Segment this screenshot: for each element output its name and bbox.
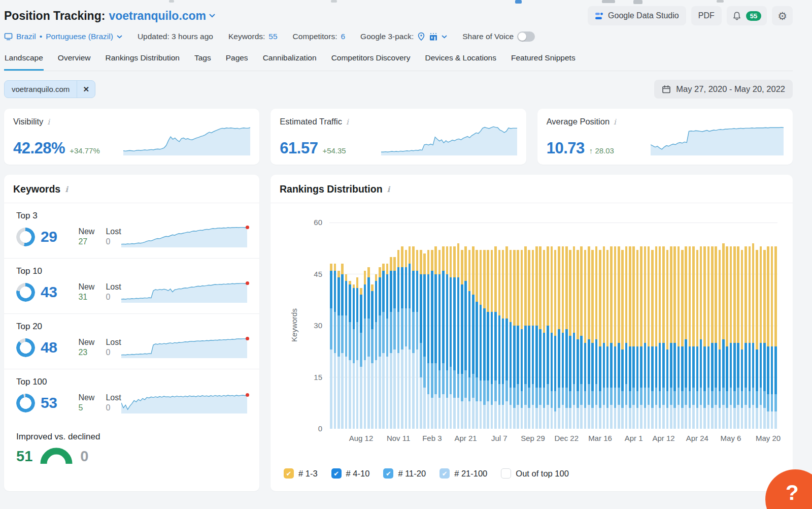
visibility-card: Visibility i 42.28% +34.77% xyxy=(4,109,259,165)
tab-landscape[interactable]: Landscape xyxy=(4,51,44,71)
toggle-knob xyxy=(518,33,526,41)
checked-checkbox-icon[interactable]: ✔ xyxy=(383,468,393,479)
report-tabs: LandscapeOverviewRankings DistributionTa… xyxy=(4,51,793,71)
top-edge-fragment xyxy=(633,0,642,4)
share-of-voice-toggle[interactable] xyxy=(517,31,535,42)
domain-filter-label: voetranquilo.com xyxy=(5,85,77,93)
lost-value: 0 xyxy=(106,348,121,357)
date-range-picker[interactable]: May 27, 2020 - May 20, 2022 xyxy=(654,80,793,99)
bucket-count: 43 xyxy=(41,283,57,301)
average-position-label: Average Position xyxy=(547,117,610,126)
x-tick-label: Feb 3 xyxy=(422,434,442,442)
pdf-label: PDF xyxy=(698,11,715,20)
google-3pack-label: Google 3-pack: xyxy=(360,32,414,41)
unchecked-checkbox-icon[interactable] xyxy=(501,468,511,479)
visibility-sparkline xyxy=(123,123,250,157)
keywords-count-label: Keywords: xyxy=(228,32,265,41)
new-value: 23 xyxy=(78,348,94,357)
x-tick-label: Sep 29 xyxy=(521,434,545,442)
average-position-delta: ↑ 28.03 xyxy=(589,146,614,155)
language-label: Portuguese (Brazil) xyxy=(46,32,113,41)
declined-count: 0 xyxy=(80,448,88,465)
chevron-down-icon xyxy=(209,14,215,18)
competitors-count-label: Competitors: xyxy=(293,32,337,41)
keywords-count-value[interactable]: 55 xyxy=(268,32,277,41)
checked-checkbox-icon[interactable]: ✔ xyxy=(331,468,342,479)
x-tick-label: Apr 1 xyxy=(625,434,643,442)
top-edge-fragment xyxy=(331,0,337,3)
y-axis-label: Keywords xyxy=(290,305,298,345)
bucket-sparkline xyxy=(121,390,247,416)
location-language-dropdown[interactable]: Brazil • Portuguese (Brazil) xyxy=(4,32,122,41)
estimated-traffic-value: 61.57 xyxy=(280,139,318,157)
checked-checkbox-icon[interactable]: ✔ xyxy=(284,468,294,479)
google-data-studio-icon xyxy=(595,12,603,20)
bucket-sparkline xyxy=(121,335,247,360)
tab-competitors-discovery[interactable]: Competitors Discovery xyxy=(331,51,411,71)
page-title: Position Tracking: voetranquilo.com xyxy=(4,9,215,23)
keywords-row-top-20: Top 2048New23Lost0 xyxy=(4,314,259,369)
bucket-label: Top 20 xyxy=(16,322,247,332)
tab-tags[interactable]: Tags xyxy=(194,51,212,71)
new-label: New xyxy=(78,282,94,292)
info-icon[interactable]: i xyxy=(47,117,50,126)
bucket-count: 48 xyxy=(41,339,57,356)
average-position-sparkline xyxy=(651,123,784,157)
tab-devices-locations[interactable]: Devices & Locations xyxy=(425,51,497,71)
info-icon[interactable]: i xyxy=(65,185,68,194)
lost-label: Lost xyxy=(106,282,121,292)
legend-item--11-20[interactable]: ✔# 11-20 xyxy=(383,468,426,479)
x-tick-label: Apr 24 xyxy=(686,434,708,442)
domain-filter-chip[interactable]: voetranquilo.com ✕ xyxy=(4,80,95,98)
visibility-value: 42.28% xyxy=(13,139,65,157)
top-edge-fragment xyxy=(169,0,174,3)
keywords-row-top-3: Top 329New27Lost0 xyxy=(4,203,259,259)
updated-status: Updated: 3 hours ago xyxy=(138,32,213,41)
bucket-donut xyxy=(16,338,35,357)
tab-rankings-distribution[interactable]: Rankings Distribution xyxy=(105,51,180,71)
monitor-icon xyxy=(4,33,13,41)
share-of-voice-label: Share of Voice xyxy=(462,32,514,41)
lost-label: Lost xyxy=(106,338,121,347)
info-icon[interactable]: i xyxy=(387,185,390,194)
new-label: New xyxy=(78,393,94,402)
bucket-label: Top 10 xyxy=(16,266,247,276)
estimated-traffic-sparkline xyxy=(381,123,517,157)
tab-pages[interactable]: Pages xyxy=(225,51,249,71)
competitors-count-value[interactable]: 6 xyxy=(341,32,345,41)
legend-item--21-100[interactable]: ✔# 21-100 xyxy=(439,468,487,479)
legend-item-out-of-top-100[interactable]: Out of top 100 xyxy=(501,468,569,479)
top-edge-fragment xyxy=(717,0,724,3)
tab-overview[interactable]: Overview xyxy=(57,51,91,71)
pdf-button[interactable]: PDF xyxy=(691,6,722,25)
tab-cannibalization[interactable]: Cannibalization xyxy=(262,51,317,71)
legend-item--4-10[interactable]: ✔# 4-10 xyxy=(331,468,370,479)
rankings-distribution-panel: Rankings Distribution i Keywords 0153045… xyxy=(270,175,793,491)
question-mark-icon: ? xyxy=(786,481,799,504)
x-tick-label: May 20 xyxy=(756,434,781,442)
position-tracking-page: Position Tracking: voetranquilo.com Goog… xyxy=(0,0,812,491)
project-domain-dropdown[interactable]: voetranquilo.com xyxy=(109,9,215,23)
legend-item--1-3[interactable]: ✔# 1-3 xyxy=(284,468,318,479)
google-data-studio-button[interactable]: Google Data Studio xyxy=(588,6,686,25)
estimated-traffic-delta: +54.35 xyxy=(322,146,346,155)
legend-label: # 21-100 xyxy=(454,469,487,479)
new-label: New xyxy=(78,227,94,236)
tab-featured-snippets[interactable]: Featured Snippets xyxy=(511,51,576,71)
checked-checkbox-icon[interactable]: ✔ xyxy=(439,468,450,479)
x-tick-label: May 6 xyxy=(721,434,741,442)
calendar-icon xyxy=(662,85,671,94)
notifications-button[interactable]: 55 xyxy=(727,6,767,25)
google-3pack-selector[interactable]: Google 3-pack: xyxy=(360,32,447,41)
location-label: Brazil xyxy=(16,32,36,41)
remove-filter-button[interactable]: ✕ xyxy=(77,81,95,98)
rankings-chart: Keywords 015304560 Aug 12Nov 11Feb 3Apr … xyxy=(270,221,777,447)
chevron-down-icon xyxy=(117,35,122,39)
top-edge-fragment xyxy=(515,0,522,4)
rankings-distribution-title: Rankings Distribution xyxy=(280,183,383,195)
settings-button[interactable]: ⚙ xyxy=(772,6,793,25)
new-label: New xyxy=(78,338,94,347)
bell-icon xyxy=(732,11,741,21)
latest-point-dot xyxy=(246,281,249,285)
keywords-rows: Top 329New27Lost0Top 1043New31Lost0Top 2… xyxy=(4,203,259,424)
